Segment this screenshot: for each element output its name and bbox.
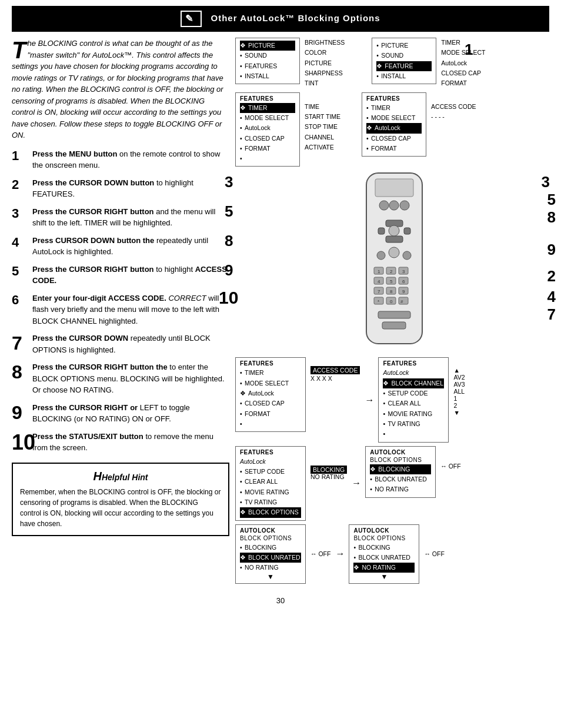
menu-8b-blocking: BLOCKING (370, 464, 431, 474)
svg-text:7: 7 (378, 289, 380, 294)
menu-8a-movie: MOVIE RATING (240, 487, 301, 497)
step-9-text: Press the CURSOR RIGHT or LEFT to toggle… (32, 402, 229, 425)
menu-2a-autolock: AutoLock (240, 123, 295, 133)
step-label-9r: 9 (547, 241, 556, 259)
step-1: 1 Press the MENU button on the remote co… (12, 148, 229, 171)
menu-2b-autolock: AutoLock (366, 123, 422, 133)
intro-paragraph: T he BLOCKING control is what can be tho… (12, 38, 229, 141)
svg-point-2 (379, 201, 389, 210)
menu-8a-setup: SETUP CODE (240, 467, 301, 477)
drop-cap-T: T (12, 41, 26, 59)
menu-6a-format: FORMAT (240, 409, 301, 419)
svg-rect-7 (378, 228, 385, 234)
left-column: T he BLOCKING control is what can be tho… (12, 38, 229, 587)
menu-2b-timer: TIMER (366, 103, 422, 113)
svg-text:0: 0 (390, 299, 393, 304)
step-5-number: 5 (12, 264, 32, 278)
menu-panel-10b: AutoLock BLOCK OPTIONS BLOCKING BLOCK UN… (349, 524, 419, 584)
step-label-8r: 8 (547, 208, 556, 227)
menu-6b-movie: MOVIE RATING (383, 409, 444, 419)
page-title: Other AutoLock™ Blocking Options (211, 13, 380, 23)
menu-10a-sub: BLOCK OPTIONS (240, 535, 301, 541)
menu-panel-8a: FEATURES AutoLock SETUP CODE CLEAR ALL M… (235, 446, 306, 521)
step-2-number: 2 (12, 177, 32, 191)
step-4: 4 Press CURSOR DOWN button the repeatedl… (12, 235, 229, 258)
menu-values-8a: BLOCKING NO RATING (310, 446, 347, 480)
menu-8b-sub: BLOCK OPTIONS (370, 457, 431, 463)
menu-2a-blank (240, 154, 295, 164)
menu-panel-6a: FEATURES TIMER MODE SELECT AutoLock CLOS… (235, 357, 306, 432)
menu-values-10b: ↔ OFF (424, 550, 444, 557)
menu-panel-2a: FEATURES TIMER MODE SELECT AutoLock CLOS… (235, 92, 300, 167)
remote-control-svg: 1 2 3 4 5 6 7 8 9 * 0 # (340, 170, 449, 353)
step-9: 9 Press the CURSOR RIGHT or LEFT to togg… (12, 402, 229, 425)
menu-6b-blank (383, 429, 444, 439)
main-content: T he BLOCKING control is what can be tho… (12, 38, 549, 587)
menu-8b-title: AutoLock (370, 449, 431, 456)
step-2: 2 Press the CURSOR DOWN button to highli… (12, 177, 229, 200)
step-label-1: 1 (465, 41, 473, 59)
menu-6a-title: FEATURES (240, 360, 301, 367)
step-3-number: 3 (12, 206, 32, 220)
menu-panel-1b: PICTURE SOUND FEATURE INSTALL (372, 38, 436, 84)
menu-8a-clear: CLEAR ALL (240, 477, 301, 487)
menu-8a-blockopts: BLOCK OPTIONS (240, 507, 301, 517)
menu-2b-title: FEATURES (366, 95, 422, 102)
menu-8a-tv: TV RATING (240, 497, 301, 507)
menu-item-1b-picture: PICTURE (376, 41, 432, 51)
menu-10a-title: AutoLock (240, 527, 301, 534)
step-5: 5 Press the CURSOR RIGHT button to highl… (12, 264, 229, 287)
menu-values-8b: ↔ OFF (440, 446, 460, 470)
step-5-text: Press the CURSOR RIGHT button to highlig… (32, 264, 229, 287)
svg-point-10 (377, 251, 385, 260)
menu-2a-cc: CLOSED CAP (240, 134, 295, 144)
menu-10a-blocking: BLOCKING (240, 543, 301, 553)
menu-6a-cc: CLOSED CAP (240, 398, 301, 408)
menu-2a-title: FEATURES (240, 95, 295, 102)
step-8-number: 8 (12, 361, 32, 381)
step-1-text: Press the MENU button on the remote cont… (32, 148, 229, 171)
menu-2a-timer: TIMER (240, 103, 295, 113)
step-label-9: 9 (225, 261, 233, 280)
svg-text:6: 6 (402, 279, 405, 284)
menu-panel-8b: AutoLock BLOCK OPTIONS BLOCKING BLOCK UN… (365, 446, 436, 498)
menu-values-6b: ▲ AV2 AV3 ALL 1 2 ▼ (453, 357, 465, 416)
menu-values-2a: TIME START TIME STOP TIME CHANNEL ACTIVA… (305, 92, 340, 153)
svg-text:9: 9 (402, 289, 405, 294)
step-6: 6 Enter your four-digit ACCESS CODE. COR… (12, 292, 229, 327)
menu-6b-clear: CLEAR ALL (383, 398, 444, 408)
menu-panel-1a: PICTURE SOUND FEATURES INSTALL (235, 38, 300, 84)
svg-text:8: 8 (390, 289, 393, 294)
menu-6a-mode: MODE SELECT (240, 378, 301, 388)
step-10-number: 10 (12, 431, 32, 453)
menu-6a-timer: TIMER (240, 368, 301, 378)
menu-10a-norating: NO RATING (240, 563, 301, 573)
menu-item-1b-install: INSTALL (376, 71, 432, 81)
menu-10b-blocking: BLOCKING (353, 543, 415, 553)
step-7-number: 7 (12, 333, 32, 353)
menu-8a-title: FEATURES (240, 449, 301, 456)
svg-point-12 (403, 251, 411, 260)
svg-rect-1 (375, 179, 413, 197)
intro-text: he BLOCKING control is what can be thoug… (12, 39, 223, 139)
menu-2b-format: FORMAT (366, 144, 422, 154)
menu-6b-setup: SETUP CODE (383, 388, 444, 398)
menu-2a-mode: MODE SELECT (240, 113, 295, 123)
step-label-8: 8 (225, 232, 233, 250)
menu-2b-cc: CLOSED CAP (366, 134, 422, 144)
menu-10a-arrow: ▼ (240, 573, 301, 581)
menu-item-features: FEATURES (240, 61, 295, 71)
menu-values-6a: ACCESS CODE X X X X (310, 357, 360, 382)
hint-text: Remember, when the BLOCKING control is O… (20, 487, 221, 529)
menu-8a-sub: AutoLock (240, 457, 301, 467)
svg-rect-8 (404, 228, 410, 234)
step-4-number: 4 (12, 235, 32, 249)
step-6-text: Enter your four-digit ACCESS CODE. CORRE… (32, 292, 229, 327)
step-7-text: Press the CURSOR DOWN repeatedly until B… (32, 333, 229, 355)
helpful-hint-box: HHelpful Hint Remember, when the BLOCKIN… (12, 463, 229, 536)
menu-panel-6b: FEATURES AutoLock BLOCK CHANNEL SETUP CO… (378, 357, 449, 442)
svg-point-4 (400, 201, 409, 210)
svg-rect-25 (378, 311, 410, 318)
menu-2b-mode: MODE SELECT (366, 113, 422, 123)
right-column: PICTURE SOUND FEATURES INSTALL BRIGHTNES… (235, 38, 553, 587)
